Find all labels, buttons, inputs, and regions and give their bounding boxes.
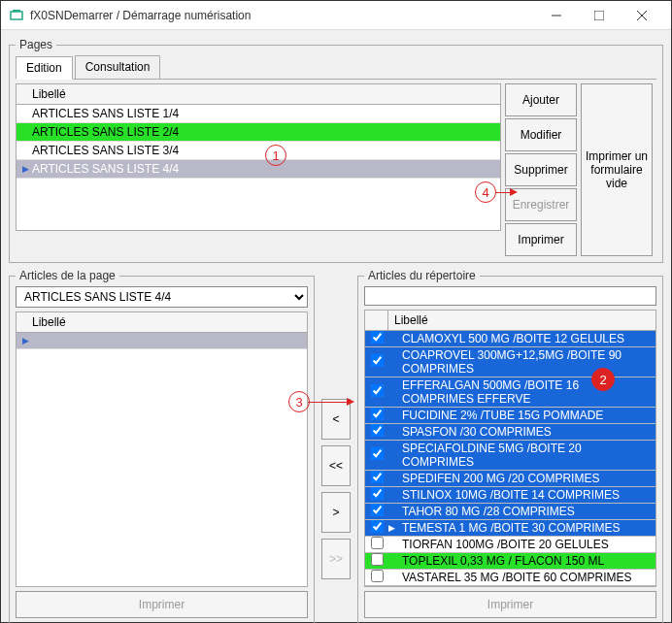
repo-row-label: TAHOR 80 MG /28 COMPRIMES [398, 504, 655, 519]
maximize-button[interactable] [578, 2, 621, 29]
repo-row-label: COAPROVEL 300MG+12,5MG /BOITE 90 COMPRIM… [398, 347, 655, 377]
repo-filter-input[interactable] [364, 286, 656, 306]
row-marker-icon: ▶ [388, 523, 398, 533]
repo-row-checkbox-cell [365, 537, 388, 552]
articles-page-imprimer-button[interactable]: Imprimer [16, 591, 308, 618]
modifier-button[interactable]: Modifier [505, 118, 577, 151]
move-all-right-button[interactable]: >> [321, 539, 351, 579]
move-left-button[interactable]: < [321, 399, 351, 440]
repo-imprimer-button[interactable]: Imprimer [364, 591, 656, 618]
window-title: fX0SNDemarrer / Démarrage numérisation [30, 9, 535, 22]
tab-consultation[interactable]: Consultation [75, 55, 161, 79]
articles-page-legend: Articles de la page [16, 269, 119, 282]
supprimer-button[interactable]: Supprimer [505, 153, 577, 186]
repo-row-checkbox[interactable] [371, 570, 384, 582]
pages-legend: Pages [16, 38, 56, 51]
svg-rect-0 [11, 12, 22, 19]
repo-row-checkbox[interactable] [371, 537, 384, 549]
pages-list-body[interactable]: ARTICLES SANS LISTE 1/4ARTICLES SANS LIS… [16, 105, 501, 231]
pages-tabs: Edition Consultation [16, 55, 656, 80]
move-all-left-button[interactable]: << [321, 445, 351, 486]
ajouter-button[interactable]: Ajouter [505, 83, 577, 116]
titlebar: fX0SNDemarrer / Démarrage numérisation [1, 1, 671, 30]
repo-row-label: CLAMOXYL 500 MG /BOITE 12 GELULES [398, 331, 655, 346]
repo-list-body[interactable]: CLAMOXYL 500 MG /BOITE 12 GELULESCOAPROV… [364, 331, 656, 587]
repo-row[interactable]: TOPLEXIL 0,33 MG / FLACON 150 ML [365, 553, 655, 570]
repo-row[interactable]: SPECIAFOLDINE 5MG /BOITE 20 COMPRIMES [365, 441, 655, 471]
pages-group: Pages Edition Consultation Libellé ARTIC… [9, 38, 663, 263]
repo-row-checkbox-cell [365, 447, 388, 463]
repo-row-label: SPEDIFEN 200 MG /20 COMPRIMES [398, 471, 655, 486]
repo-row-checkbox-cell [365, 520, 388, 536]
pages-row[interactable]: ARTICLES SANS LISTE 3/4 [17, 142, 500, 160]
pages-row[interactable]: ▶ARTICLES SANS LISTE 4/4 [17, 160, 500, 179]
current-row-marker-icon: ▶ [22, 336, 32, 345]
repo-row-label: VASTAREL 35 MG /BOITE 60 COMPRIMES [398, 570, 655, 585]
repo-row-checkbox[interactable] [371, 447, 384, 460]
repo-row-checkbox-cell [365, 504, 388, 519]
repo-row-label: STILNOX 10MG /BOITE 14 COMPRIMES [398, 487, 655, 503]
articles-page-header[interactable]: Libellé [16, 312, 308, 333]
repo-col-libelle: Libellé [388, 311, 655, 330]
pages-list-header[interactable]: Libellé [16, 83, 501, 105]
articles-repo-legend: Articles du répertoire [364, 269, 480, 282]
repo-row[interactable]: SPEDIFEN 200 MG /20 COMPRIMES [365, 471, 655, 487]
repo-row-label: TEMESTA 1 MG /BOITE 30 COMPRIMES [398, 520, 655, 536]
repo-row-label: TIORFAN 100MG /BOITE 20 GELULES [398, 537, 655, 552]
repo-row-checkbox[interactable] [371, 424, 384, 437]
repo-row-checkbox[interactable] [371, 384, 384, 397]
pages-row[interactable]: ARTICLES SANS LISTE 1/4 [17, 105, 500, 123]
tab-edition[interactable]: Edition [16, 56, 73, 80]
repo-row-checkbox-cell [365, 384, 388, 400]
imprimer-formulaire-vide-button[interactable]: Imprimer un formulaire vide [581, 83, 653, 256]
repo-row[interactable]: COAPROVEL 300MG+12,5MG /BOITE 90 COMPRIM… [365, 347, 655, 377]
articles-page-body[interactable]: ▶ [16, 333, 308, 587]
transfer-buttons: < << > >> [320, 269, 352, 623]
pages-row-label: ARTICLES SANS LISTE 2/4 [32, 125, 179, 139]
close-button[interactable] [621, 2, 663, 29]
app-window: fX0SNDemarrer / Démarrage numérisation P… [0, 0, 672, 623]
repo-row-checkbox-cell [365, 471, 388, 486]
pages-row-label: ARTICLES SANS LISTE 4/4 [32, 162, 179, 176]
articles-page-combo[interactable]: ARTICLES SANS LISTE 4/4 [16, 286, 308, 308]
content-area: Pages Edition Consultation Libellé ARTIC… [1, 30, 671, 622]
repo-row-label: EFFERALGAN 500MG /BOITE 16 COMPRIMES EFF… [398, 377, 655, 407]
repo-row-label: SPECIAFOLDINE 5MG /BOITE 20 COMPRIMES [398, 441, 655, 470]
repo-row-checkbox-cell [365, 553, 388, 569]
repo-row-label: FUCIDINE 2% /TUBE 15G POMMADE [398, 408, 655, 423]
repo-row[interactable]: VASTAREL 35 MG /BOITE 60 COMPRIMES [365, 570, 655, 586]
repo-row-checkbox-cell [365, 424, 388, 440]
repo-row-checkbox[interactable] [371, 553, 384, 566]
repo-row[interactable]: CLAMOXYL 500 MG /BOITE 12 GELULES [365, 331, 655, 347]
repo-row-checkbox[interactable] [371, 504, 384, 516]
pages-row[interactable]: ARTICLES SANS LISTE 2/4 [17, 123, 500, 142]
repo-row-checkbox[interactable] [371, 520, 384, 533]
repo-row-label: SPASFON /30 COMPRIMES [398, 424, 655, 440]
articles-page-row-current[interactable]: ▶ [17, 333, 307, 349]
repo-row-checkbox[interactable] [371, 408, 384, 420]
repo-row[interactable]: TIORFAN 100MG /BOITE 20 GELULES [365, 537, 655, 553]
repo-row-checkbox-cell [365, 487, 388, 503]
repo-row-checkbox[interactable] [371, 487, 384, 500]
minimize-button[interactable] [535, 2, 578, 29]
pages-list: Libellé ARTICLES SANS LISTE 1/4ARTICLES … [16, 83, 501, 256]
row-marker-icon: ▶ [22, 164, 32, 174]
svg-rect-3 [594, 11, 604, 20]
repo-row[interactable]: ▶TEMESTA 1 MG /BOITE 30 COMPRIMES [365, 520, 655, 537]
repo-row-checkbox[interactable] [371, 354, 384, 367]
repo-row[interactable]: TAHOR 80 MG /28 COMPRIMES [365, 504, 655, 520]
repo-row-checkbox[interactable] [371, 471, 384, 483]
repo-row[interactable]: STILNOX 10MG /BOITE 14 COMPRIMES [365, 487, 655, 504]
repo-row[interactable]: EFFERALGAN 500MG /BOITE 16 COMPRIMES EFF… [365, 377, 655, 408]
repo-row-checkbox-cell [365, 331, 388, 346]
enregistrer-button[interactable]: Enregistrer [505, 188, 577, 221]
repo-header[interactable]: Libellé [364, 310, 656, 331]
repo-row[interactable]: FUCIDINE 2% /TUBE 15G POMMADE [365, 408, 655, 424]
repo-row-checkbox[interactable] [371, 331, 384, 344]
pages-row-label: ARTICLES SANS LISTE 3/4 [32, 144, 179, 157]
imprimer-button[interactable]: Imprimer [505, 223, 577, 256]
pages-row-label: ARTICLES SANS LISTE 1/4 [32, 107, 179, 120]
move-right-button[interactable]: > [321, 492, 351, 533]
repo-row-checkbox-cell [365, 408, 388, 423]
repo-row[interactable]: SPASFON /30 COMPRIMES [365, 424, 655, 441]
